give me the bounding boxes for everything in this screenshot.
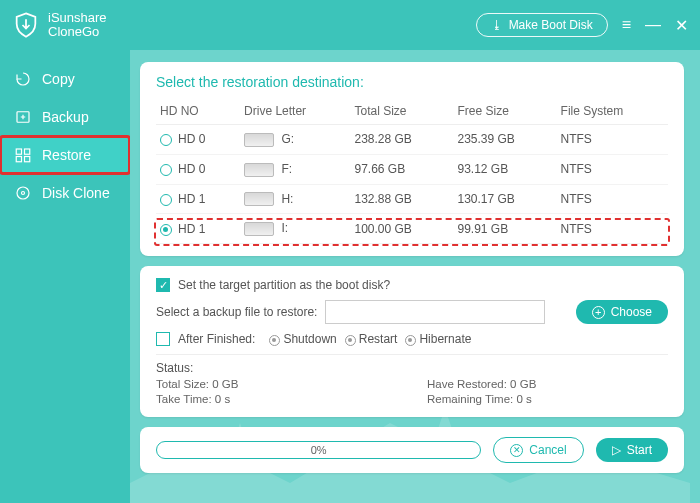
- app-name-2: CloneGo: [48, 25, 107, 39]
- status-total: Total Size: 0 GB: [156, 378, 397, 390]
- svg-rect-2: [25, 149, 30, 154]
- make-boot-label: Make Boot Disk: [509, 18, 593, 32]
- svg-point-5: [17, 187, 29, 199]
- play-icon: ▷: [612, 443, 621, 457]
- restore-icon: [14, 146, 32, 164]
- select-backup-label: Select a backup file to restore:: [156, 305, 317, 319]
- app-name-1: iSunshare: [48, 11, 107, 25]
- sidebar-item-backup[interactable]: Backup: [0, 98, 130, 136]
- col-hd: HD NO: [156, 98, 240, 125]
- svg-point-6: [22, 192, 25, 195]
- cancel-label: Cancel: [529, 443, 566, 457]
- sidebar-item-disk-clone[interactable]: Disk Clone: [0, 174, 130, 212]
- row-radio[interactable]: [160, 194, 172, 206]
- svg-rect-4: [25, 157, 30, 162]
- copy-icon: [14, 70, 32, 88]
- restart-radio[interactable]: [345, 335, 356, 346]
- row-radio[interactable]: [160, 164, 172, 176]
- footer-card: 0% ✕ Cancel ▷ Start: [140, 427, 684, 473]
- start-label: Start: [627, 443, 652, 457]
- plus-icon: +: [592, 306, 605, 319]
- col-drive: Drive Letter: [240, 98, 350, 125]
- menu-icon[interactable]: ≡: [622, 16, 631, 35]
- close-button[interactable]: ✕: [675, 16, 688, 35]
- minimize-button[interactable]: —: [645, 16, 661, 35]
- hibernate-label: Hibernate: [419, 332, 471, 346]
- sidebar-label: Backup: [42, 109, 89, 125]
- table-row[interactable]: HD 1 H:132.88 GB130.17 GBNTFS: [156, 184, 668, 214]
- cancel-icon: ✕: [510, 444, 523, 457]
- sidebar-label: Copy: [42, 71, 75, 87]
- sidebar-label: Restore: [42, 147, 91, 163]
- restart-label: Restart: [359, 332, 398, 346]
- col-total: Total Size: [350, 98, 453, 125]
- sidebar-label: Disk Clone: [42, 185, 110, 201]
- status-take: Take Time: 0 s: [156, 393, 397, 405]
- after-finished-label: After Finished:: [178, 332, 255, 346]
- row-radio[interactable]: [160, 224, 172, 236]
- set-boot-label: Set the target partition as the boot dis…: [178, 278, 390, 292]
- progress-bar: 0%: [156, 441, 481, 459]
- status-restored: Have Restored: 0 GB: [427, 378, 668, 390]
- card-title: Select the restoration destination:: [156, 74, 668, 90]
- sidebar: Copy Backup Restore Disk Clone: [0, 50, 130, 503]
- table-row[interactable]: HD 0 F:97.66 GB93.12 GBNTFS: [156, 154, 668, 184]
- drive-icon: [244, 192, 274, 206]
- destination-card: Select the restoration destination: HD N…: [140, 62, 684, 256]
- svg-rect-1: [16, 149, 21, 154]
- col-free: Free Size: [454, 98, 557, 125]
- row-radio[interactable]: [160, 134, 172, 146]
- backup-icon: [14, 108, 32, 126]
- shutdown-radio[interactable]: [269, 335, 280, 346]
- drive-icon: [244, 163, 274, 177]
- partition-table: HD NO Drive Letter Total Size Free Size …: [156, 98, 668, 244]
- svg-rect-3: [16, 157, 21, 162]
- arrow-down-icon: ⭳: [491, 18, 503, 32]
- main-area: Select the restoration destination: HD N…: [130, 50, 700, 503]
- sidebar-item-copy[interactable]: Copy: [0, 60, 130, 98]
- app-logo: iSunshareCloneGo: [12, 11, 107, 40]
- table-row[interactable]: HD 0 G:238.28 GB235.39 GBNTFS: [156, 125, 668, 155]
- after-finished-checkbox[interactable]: [156, 332, 170, 346]
- shutdown-label: Shutdown: [283, 332, 336, 346]
- choose-label: Choose: [611, 305, 652, 319]
- status-label: Status:: [156, 361, 668, 375]
- titlebar: iSunshareCloneGo ⭳ Make Boot Disk ≡ — ✕: [0, 0, 700, 50]
- sidebar-item-restore[interactable]: Restore: [0, 136, 130, 174]
- col-fs: File System: [557, 98, 668, 125]
- set-boot-checkbox[interactable]: [156, 278, 170, 292]
- status-remain: Remaining Time: 0 s: [427, 393, 668, 405]
- options-card: Set the target partition as the boot dis…: [140, 266, 684, 417]
- hibernate-radio[interactable]: [405, 335, 416, 346]
- backup-file-input[interactable]: [325, 300, 545, 324]
- table-row[interactable]: HD 1 I:100.00 GB99.91 GBNTFS: [156, 214, 668, 244]
- make-boot-disk-button[interactable]: ⭳ Make Boot Disk: [476, 13, 608, 37]
- cancel-button[interactable]: ✕ Cancel: [493, 437, 583, 463]
- start-button[interactable]: ▷ Start: [596, 438, 668, 462]
- choose-button[interactable]: + Choose: [576, 300, 668, 324]
- progress-text: 0%: [311, 444, 327, 456]
- disk-clone-icon: [14, 184, 32, 202]
- drive-icon: [244, 133, 274, 147]
- shield-icon: [12, 11, 40, 39]
- drive-icon: [244, 222, 274, 236]
